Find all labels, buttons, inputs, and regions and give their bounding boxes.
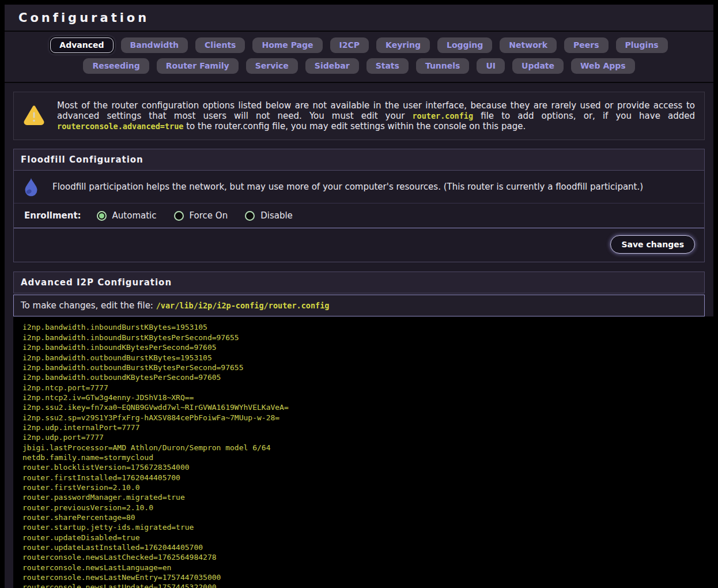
tab-ui[interactable]: UI [477, 58, 505, 74]
tab-update[interactable]: Update [512, 58, 564, 74]
tab-plugins[interactable]: Plugins [616, 37, 668, 53]
edit-file-note: To make changes, edit the file: [21, 300, 156, 311]
tab-i2cp[interactable]: I2CP [330, 37, 369, 53]
water-droplet-icon [22, 177, 40, 197]
save-row: Save changes [14, 228, 704, 262]
floodfill-section-header: Floodfill Configuration [14, 149, 704, 171]
advanced-true-code: routerconsole.advanced=true [57, 122, 183, 131]
edit-file-note-row: To make changes, edit the file: /var/lib… [13, 295, 705, 316]
router-config-code: router.config [412, 111, 473, 120]
tab-reseeding[interactable]: Reseeding [83, 58, 149, 74]
floodfill-info-row: Floodfill participation helps the networ… [14, 171, 704, 203]
warning-triangle-icon [23, 104, 45, 127]
radio-automatic-label: Automatic [112, 210, 157, 221]
tab-service[interactable]: Service [246, 58, 298, 74]
tab-tunnels[interactable]: Tunnels [416, 58, 470, 74]
tab-advanced[interactable]: Advanced [50, 37, 113, 53]
main-content: Most of the router configuration options… [5, 83, 713, 588]
page-title: Configuration [18, 11, 700, 25]
radio-disable-label: Disable [260, 210, 293, 221]
tab-web-apps[interactable]: Web Apps [571, 58, 635, 74]
title-band: Configuration [5, 5, 713, 32]
tab-sidebar[interactable]: Sidebar [305, 58, 359, 74]
tab-peers[interactable]: Peers [564, 37, 609, 53]
router-config-contents: i2np.bandwidth.inboundBurstKBytes=195310… [13, 316, 718, 588]
tab-network[interactable]: Network [500, 37, 557, 53]
tab-keyring[interactable]: Keyring [376, 37, 430, 53]
tab-stats[interactable]: Stats [366, 58, 409, 74]
tab-home-page[interactable]: Home Page [252, 37, 322, 53]
router-console-page: Configuration Advanced Bandwidth Clients… [5, 5, 713, 588]
radio-force-on-control[interactable] [174, 211, 184, 221]
enrollment-radio-group: Automatic Force On Disable [97, 210, 293, 221]
radio-force-on-label: Force On [190, 210, 228, 221]
enrollment-row: Enrollment: Automatic Force On Disable [14, 203, 704, 228]
enrollment-label: Enrollment: [24, 210, 81, 221]
config-tab-bar: Advanced Bandwidth Clients Home Page I2C… [5, 32, 713, 83]
radio-force-on[interactable]: Force On [174, 210, 228, 221]
tab-router-family[interactable]: Router Family [157, 58, 239, 74]
radio-disable-control[interactable] [245, 211, 255, 221]
radio-disable[interactable]: Disable [245, 210, 293, 221]
radio-automatic-control[interactable] [97, 211, 107, 221]
tab-clients[interactable]: Clients [195, 37, 245, 53]
advanced-config-section-header: Advanced I2P Configuration [13, 272, 705, 293]
warning-text: Most of the router configuration options… [57, 100, 695, 132]
floodfill-configuration-section: Floodfill Configuration Floodfill partic… [13, 149, 705, 262]
save-changes-button[interactable]: Save changes [610, 235, 695, 254]
floodfill-info-text: Floodfill participation helps the networ… [52, 182, 643, 192]
config-file-path: /var/lib/i2p/i2p-config/router.config [156, 301, 330, 310]
tab-logging[interactable]: Logging [437, 37, 492, 53]
radio-automatic[interactable]: Automatic [97, 210, 157, 221]
tab-bandwidth[interactable]: Bandwidth [121, 37, 188, 53]
advanced-settings-warning: Most of the router configuration options… [13, 92, 705, 141]
